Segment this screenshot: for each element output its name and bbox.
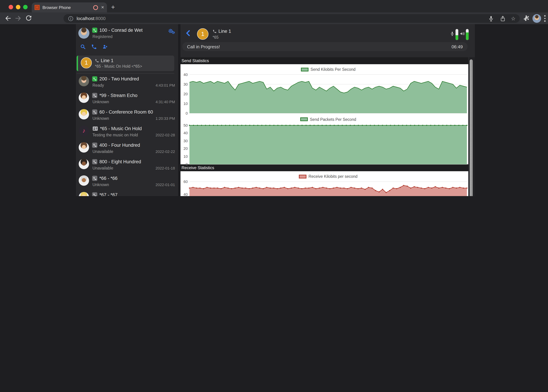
browser-toolbar: localhost:8000 ☆ [0, 12, 548, 24]
phone-icon [92, 109, 97, 115]
buddy-status: Unknown [92, 183, 109, 187]
new-tab-button[interactable]: + [111, 3, 115, 12]
line-subtitle: *65 - Music On Hold <*65> [95, 64, 142, 68]
line-title: Line 1 [101, 58, 114, 63]
active-line-item[interactable]: 1 Line 1 *65 - Music On Hold <*65> [76, 56, 174, 71]
chart-section-header: Receive Statistics [180, 164, 468, 171]
buddy-name: *67 - *67 [99, 192, 118, 196]
buddy-avatar [79, 142, 89, 153]
reload-icon[interactable] [25, 14, 32, 22]
handset-icon [213, 29, 217, 33]
call-status-banner: Call in Progress! 06:49 [182, 42, 468, 51]
speaker-level-icon [460, 31, 465, 36]
settings-gear-icon[interactable] [167, 28, 175, 35]
window-minimize-button[interactable] [16, 5, 20, 9]
buddy-list-item[interactable]: 60 - Conference Room 60Unknown1:20:33 PM [76, 108, 178, 124]
chart-receive-kilobits-per-second: Receive Kilobits per second6040200 [180, 171, 468, 196]
y-axis-tick: 20 [180, 147, 188, 151]
buddy-name: 400 - Four Hundred [99, 143, 140, 148]
phone-icon [92, 176, 97, 181]
call-statistics-charts: Send StatisticsSend Kilobits Per Second4… [180, 57, 468, 196]
call-status-text: Call in Progress! [187, 44, 451, 49]
buddy-list-item[interactable]: 400 - Four HundredUnavailable2022-02-22 [76, 141, 178, 157]
buddy-avatar [79, 76, 89, 86]
browser-window: Browser Phone ✕ + localhost:8000 ☆ [0, 0, 548, 196]
y-axis-tick: 10 [180, 154, 188, 158]
dialpad-phone-icon[interactable] [91, 44, 97, 50]
buddy-list-item[interactable]: *99 - Stream EchoUnknown4:31:40 PM [76, 91, 178, 108]
mic-level-icon [450, 31, 455, 36]
call-panel: 1 Line 1 *65 Call in Progress! 06:49 Sen… [180, 24, 475, 196]
line-number-badge: 1 [81, 57, 92, 68]
tab-close-icon[interactable]: ✕ [101, 5, 104, 10]
browser-profile-avatar[interactable] [533, 14, 541, 23]
chart-legend: Send Kilobits Per Second [189, 64, 467, 75]
phone-icon [92, 93, 97, 98]
chart-send-packets-per-second: Send Packets Per Second50403020100 [180, 113, 468, 164]
buddy-avatar [79, 175, 89, 186]
sidebar: 100 - Conrad de Wet Registered 1 Line 1 … [76, 24, 178, 196]
buddy-list-item[interactable]: ♪*65 - Music On HoldTesting the music on… [76, 124, 178, 141]
address-bar[interactable]: localhost:8000 ☆ [63, 14, 520, 23]
buddy-status: Unknown [92, 100, 109, 104]
share-icon[interactable] [499, 15, 506, 22]
search-icon[interactable] [80, 44, 86, 50]
phone-icon [92, 192, 97, 196]
buddy-avatar [79, 109, 89, 119]
url-text[interactable]: localhost:8000 [76, 16, 483, 21]
user-avatar[interactable] [78, 28, 89, 39]
buddy-avatar: ♪ [79, 126, 89, 136]
legend-swatch [300, 117, 308, 121]
scrollbar-track[interactable] [469, 57, 475, 196]
legend-swatch [301, 68, 309, 71]
buddy-list-item[interactable]: 800 - Eight HundredUnavailable2022-01-18 [76, 157, 178, 174]
buddy-name: *99 - Stream Echo [99, 93, 138, 98]
back-chevron-icon[interactable] [185, 29, 192, 37]
chart-legend: Receive Kilobits per second [189, 171, 467, 182]
y-axis-tick: 50 [180, 123, 188, 127]
buddy-last-activity: 2022-01-01 [155, 183, 175, 187]
buddy-list-item[interactable]: 200 - Two HundredReady4:43:01 PM [76, 75, 178, 91]
call-remote-number: *65 [213, 35, 219, 39]
buddy-status: Unknown [92, 116, 109, 120]
buddy-status: Ready [92, 83, 104, 87]
buddy-status: Unavailable [92, 166, 113, 170]
buddy-list-item[interactable]: *66 - *66Unknown2022-01-01 [76, 174, 178, 190]
extensions-puzzle-icon[interactable] [522, 14, 530, 22]
y-axis-tick: 40 [180, 131, 188, 135]
y-axis-tick: 30 [180, 82, 188, 86]
phone-icon [92, 159, 97, 164]
call-line-badge: 1 [197, 28, 208, 40]
divider [76, 73, 174, 74]
bookmark-star-icon[interactable]: ☆ [511, 15, 516, 21]
tab-strip: Browser Phone ✕ + [0, 0, 548, 12]
site-info-icon[interactable] [68, 15, 74, 21]
y-axis-tick: 0 [180, 162, 188, 166]
user-extension-name: 100 - Conrad de Wet [99, 28, 143, 33]
tab-favicon-icon [35, 5, 40, 10]
add-buddy-icon[interactable] [102, 44, 108, 50]
mic-permission-icon[interactable] [487, 15, 494, 22]
buddy-name: *65 - Music On Hold [100, 126, 142, 131]
phone-ready-icon [92, 76, 97, 82]
recording-indicator-icon [93, 5, 98, 10]
back-icon[interactable] [4, 14, 12, 22]
buddy-avatar [79, 159, 89, 169]
buddy-avatar [79, 92, 89, 103]
forward-icon[interactable] [14, 14, 22, 22]
speaker-level-meter [466, 29, 469, 40]
buddy-list-item[interactable]: *67 - *67Unknown2022-01-01 [76, 190, 178, 196]
registration-status: Registered [92, 34, 112, 39]
y-axis-tick: 20 [180, 92, 188, 96]
window-zoom-button[interactable] [23, 5, 28, 9]
y-axis-tick: 60 [180, 179, 188, 183]
chart-legend: Send Packets Per Second [189, 113, 467, 125]
scrollbar-thumb[interactable] [470, 59, 473, 196]
tab-title: Browser Phone [42, 5, 93, 10]
browser-menu-icon[interactable] [544, 15, 546, 23]
chart-send-kilobits-per-second: Send Kilobits Per Second403020100 [180, 64, 468, 113]
browser-tab[interactable]: Browser Phone ✕ [32, 2, 107, 12]
y-axis-tick: 40 [180, 72, 188, 77]
window-close-button[interactable] [9, 5, 13, 9]
buddy-name: *66 - *66 [99, 176, 118, 181]
